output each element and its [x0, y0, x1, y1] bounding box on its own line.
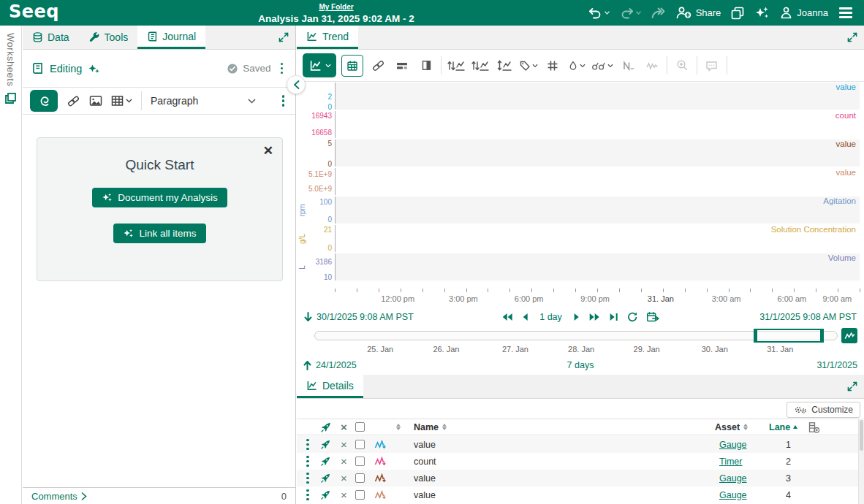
- journal-assistant-button[interactable]: [30, 90, 58, 112]
- collapse-panel-button[interactable]: [287, 75, 306, 94]
- lane-plot[interactable]: Solution Concentration: [335, 225, 860, 252]
- samples-display-button[interactable]: [591, 55, 613, 77]
- item-name[interactable]: value: [414, 490, 715, 500]
- step-back-button[interactable]: [521, 312, 528, 322]
- step-back-double-button[interactable]: [501, 312, 513, 322]
- trend-lane-1[interactable]: 20value: [297, 83, 864, 110]
- lane-plot[interactable]: value: [335, 168, 860, 195]
- comments-bar[interactable]: Comments 0: [23, 487, 295, 504]
- table-row[interactable]: × value Gauge 3: [297, 470, 864, 486]
- table-row[interactable]: × value Gauge 4: [297, 486, 864, 503]
- explore-row-icon[interactable]: [320, 439, 339, 450]
- name-column-header[interactable]: Name: [414, 422, 715, 432]
- range-end-group[interactable]: 31/1/2025 9:08 AM PST: [759, 312, 857, 322]
- asset-link[interactable]: Gauge: [719, 490, 747, 500]
- table-row[interactable]: × count Timer 2: [297, 453, 864, 470]
- asset-link[interactable]: Gauge: [719, 440, 747, 450]
- trend-lane-7[interactable]: L318610Volume: [297, 253, 864, 280]
- investigate-start[interactable]: 24/1/2025: [316, 360, 357, 370]
- remove-icon[interactable]: ×: [339, 489, 355, 500]
- gridlines-button[interactable]: [543, 55, 562, 77]
- row-checkbox[interactable]: [355, 490, 365, 500]
- lane-label[interactable]: value: [836, 140, 857, 148]
- ai-assistant-button[interactable]: [754, 6, 770, 20]
- sort-type-control[interactable]: [396, 424, 401, 431]
- labels-button[interactable]: [519, 55, 538, 77]
- journal-menu-kebab[interactable]: [277, 61, 287, 76]
- insert-link-button[interactable]: [67, 95, 80, 107]
- chain-view-button[interactable]: [368, 55, 387, 77]
- explore-row-icon[interactable]: [320, 489, 339, 500]
- add-column-button[interactable]: [808, 421, 837, 433]
- trend-lane-5[interactable]: rpm1000Agitation: [297, 196, 864, 224]
- worksheets-rail[interactable]: Worksheets: [0, 26, 22, 504]
- row-checkbox[interactable]: [355, 457, 365, 466]
- range-start-group[interactable]: 30/1/2025 9:08 AM PST: [304, 312, 414, 322]
- document-analysis-button[interactable]: Document my Analysis: [92, 188, 227, 207]
- row-menu-kebab[interactable]: [303, 438, 313, 452]
- step-forward-button[interactable]: [573, 312, 580, 322]
- paragraph-style-select[interactable]: Paragraph: [151, 95, 260, 107]
- close-icon[interactable]: ✕: [263, 145, 273, 157]
- redo-all-button[interactable]: [651, 7, 666, 19]
- lane-column-header[interactable]: Lane: [769, 422, 808, 432]
- remove-icon[interactable]: ×: [339, 456, 355, 467]
- remove-column-icon[interactable]: ×: [339, 421, 355, 432]
- selection-right-handle[interactable]: [820, 330, 822, 341]
- expand-panel-icon[interactable]: [278, 32, 289, 42]
- investigate-end[interactable]: 31/1/2025: [816, 360, 857, 370]
- tab-tools[interactable]: Tools: [79, 26, 138, 49]
- duration-label[interactable]: 1 day: [539, 312, 562, 322]
- remove-icon[interactable]: ×: [339, 439, 355, 450]
- capsule-time-button[interactable]: [393, 55, 412, 77]
- refresh-button[interactable]: [626, 311, 638, 323]
- share-button[interactable]: Share: [675, 6, 721, 20]
- scrubber-selection[interactable]: [754, 329, 824, 343]
- autoscale-button[interactable]: [495, 55, 514, 77]
- table-row[interactable]: × value Gauge 1: [297, 436, 864, 453]
- seeq-logo[interactable]: Seeq: [0, 1, 59, 24]
- investigate-duration[interactable]: 7 days: [567, 360, 594, 370]
- lane-label[interactable]: Agitation: [823, 196, 856, 205]
- details-scrollbar[interactable]: [858, 419, 864, 504]
- insert-image-button[interactable]: [89, 95, 102, 107]
- tab-journal[interactable]: Journal: [137, 26, 205, 49]
- sort-name-control[interactable]: [442, 424, 447, 431]
- one-lane-button[interactable]: [447, 55, 466, 77]
- lane-plot[interactable]: Volume: [335, 253, 860, 280]
- chart-view-toggle[interactable]: [841, 328, 857, 343]
- explore-column-icon[interactable]: [320, 421, 339, 433]
- trend-lane-4[interactable]: 5.1E+95.0E+9value: [297, 168, 864, 195]
- auto-update-button[interactable]: [646, 311, 660, 323]
- remove-icon[interactable]: ×: [339, 473, 355, 484]
- expand-trend-icon[interactable]: [847, 32, 857, 42]
- item-name[interactable]: value: [414, 440, 715, 450]
- user-menu[interactable]: Joanna: [779, 6, 828, 20]
- timeline-scrubber[interactable]: [314, 331, 838, 340]
- tab-data[interactable]: Data: [23, 26, 79, 49]
- explore-row-icon[interactable]: [320, 456, 339, 467]
- row-menu-kebab[interactable]: [303, 454, 313, 469]
- asset-link[interactable]: Gauge: [719, 473, 747, 484]
- interpolation-button[interactable]: [643, 55, 662, 77]
- trend-lane-2[interactable]: 1694316658count: [297, 111, 864, 138]
- tab-details[interactable]: Details: [297, 375, 363, 398]
- row-menu-kebab[interactable]: [303, 471, 313, 486]
- zoom-in-button[interactable]: [672, 55, 691, 77]
- row-checkbox[interactable]: [355, 440, 365, 449]
- lane-label[interactable]: value: [836, 168, 857, 177]
- insert-table-button[interactable]: [111, 95, 132, 107]
- row-checkbox[interactable]: [355, 473, 365, 483]
- asset-column-header[interactable]: Asset: [715, 422, 769, 432]
- item-name[interactable]: count: [414, 457, 715, 467]
- display-type-button[interactable]: [303, 53, 336, 77]
- uncertainty-button[interactable]: [618, 55, 637, 77]
- lane-plot[interactable]: value: [335, 140, 860, 167]
- lane-label[interactable]: Solution Concentration: [771, 225, 856, 234]
- hamburger-menu[interactable]: [838, 6, 854, 20]
- calendar-view-button[interactable]: [341, 55, 363, 77]
- row-menu-kebab[interactable]: [303, 488, 313, 503]
- trend-lane-6[interactable]: g/L210Solution Concentration: [297, 225, 864, 252]
- sort-asset-control[interactable]: [743, 424, 748, 431]
- annotate-button[interactable]: [702, 55, 721, 77]
